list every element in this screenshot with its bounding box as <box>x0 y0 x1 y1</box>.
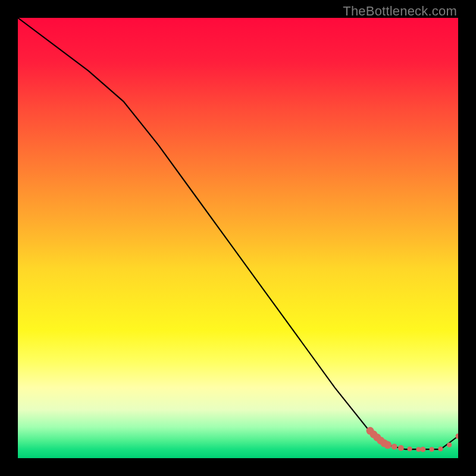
marker-point <box>430 447 434 452</box>
marker-point <box>384 441 392 449</box>
watermark-text: TheBottleneck.com <box>343 4 457 19</box>
marker-point <box>392 444 397 450</box>
plot-area <box>18 18 458 458</box>
marker-point <box>416 447 421 452</box>
marker-group <box>367 427 459 452</box>
chart-overlay <box>18 18 458 458</box>
marker-point <box>408 447 412 452</box>
marker-point <box>447 443 452 447</box>
marker-point <box>438 447 443 452</box>
marker-point <box>420 447 425 452</box>
curve-line <box>18 18 458 449</box>
marker-point <box>398 445 404 451</box>
